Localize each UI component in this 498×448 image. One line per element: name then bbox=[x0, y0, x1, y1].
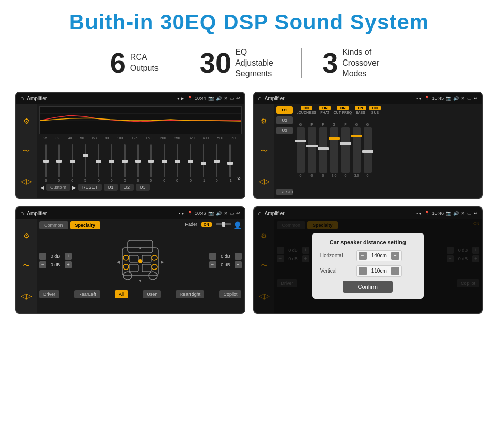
all-place-button[interactable]: All bbox=[115, 290, 128, 298]
stat-crossover: 3 Kinds ofCrossover Modes bbox=[302, 47, 408, 79]
rearright-vol-minus[interactable]: − bbox=[209, 261, 216, 268]
fader-slider-icon[interactable] bbox=[216, 221, 231, 227]
fader-toggle[interactable]: ON bbox=[201, 222, 212, 227]
cam-icon-3: 📷 bbox=[208, 211, 214, 216]
home-icon-4[interactable]: ⌂ bbox=[258, 210, 262, 217]
sub-label: SUB bbox=[371, 111, 379, 114]
eq-slider-1: 0 bbox=[53, 144, 65, 182]
more-freqs-icon[interactable]: » bbox=[237, 175, 241, 182]
back-icon-2[interactable]: ↩ bbox=[474, 96, 478, 101]
confirm-button[interactable]: Confirm bbox=[343, 281, 393, 293]
equalizer-icon-2[interactable]: ⚙ bbox=[261, 117, 267, 125]
tab-common-3[interactable]: Common bbox=[39, 221, 68, 229]
reset-button[interactable]: RESET bbox=[78, 184, 102, 191]
copilot-vol-minus[interactable]: − bbox=[209, 253, 216, 260]
pin-icon-3: 📍 bbox=[187, 211, 193, 216]
driver-vol-value: 0 dB bbox=[48, 254, 63, 259]
copilot-vol-plus[interactable]: + bbox=[235, 253, 242, 260]
driver-place-button[interactable]: Driver bbox=[39, 290, 59, 298]
horizontal-plus-button[interactable]: + bbox=[391, 252, 399, 260]
stat-eq-label: EQ AdjustableSegments bbox=[235, 47, 281, 79]
next-preset-button[interactable]: ▶ bbox=[72, 185, 76, 190]
rearleft-vol-minus[interactable]: − bbox=[39, 261, 46, 268]
u3-preset-button[interactable]: U3 bbox=[276, 127, 293, 134]
loudness-toggle[interactable]: ON bbox=[301, 106, 313, 110]
rearleft-place-button[interactable]: RearLeft bbox=[74, 290, 100, 298]
equalizer-icon-3[interactable]: ⚙ bbox=[23, 232, 30, 240]
speaker-icon-2[interactable]: ◁▷ bbox=[259, 177, 270, 185]
back-icon-3[interactable]: ↩ bbox=[236, 211, 240, 216]
freq-100: 100 bbox=[117, 136, 123, 140]
wave-icon-2[interactable]: 〜 bbox=[261, 146, 268, 156]
copilot-place-button[interactable]: Copilot bbox=[219, 290, 241, 298]
home-icon-3[interactable]: ⌂ bbox=[20, 210, 24, 217]
vol-icon-3: 🔊 bbox=[216, 211, 222, 216]
driver-vol-minus[interactable]: − bbox=[39, 253, 46, 260]
custom-preset-button[interactable]: Custom bbox=[46, 184, 70, 191]
bass-toggle[interactable]: ON bbox=[355, 106, 366, 110]
toggle-row: ON LOUDNESS ON PHAT ON CUT FREQ bbox=[297, 106, 480, 114]
rearright-vol-plus[interactable]: + bbox=[235, 261, 242, 268]
u2-preset-button[interactable]: U2 bbox=[276, 116, 293, 124]
speaker-icon[interactable]: ◁▷ bbox=[21, 177, 32, 185]
rearright-place-button[interactable]: RearRight bbox=[176, 290, 205, 298]
rearleft-vol-plus[interactable]: + bbox=[65, 261, 72, 268]
eq-bottom: ◀ Custom ▶ RESET U1 U2 U3 bbox=[39, 182, 242, 192]
equalizer-icon[interactable]: ⚙ bbox=[23, 117, 30, 125]
eq-slider-10: 0 bbox=[172, 144, 183, 182]
user-place-button[interactable]: User bbox=[143, 290, 161, 298]
wave-icon[interactable]: 〜 bbox=[23, 146, 30, 156]
pin-icon-4: 📍 bbox=[424, 211, 430, 216]
screen-content-1: ⚙ 〜 ◁▷ bbox=[16, 104, 244, 198]
reset-crossover-button[interactable]: RESET bbox=[276, 189, 293, 195]
cutfreq-label: CUT FREQ bbox=[334, 111, 352, 114]
eq-sliders: 0 0 0 5 0 0 0 0 0 0 0 0 -1 0 -1 bbox=[39, 141, 242, 182]
fader-tabs: Common Specialty Fader ON 👤 bbox=[39, 221, 242, 229]
prev-preset-button[interactable]: ◀ bbox=[40, 185, 44, 190]
cutfreq-toggle[interactable]: ON bbox=[337, 106, 349, 110]
back-icon-1[interactable]: ↩ bbox=[236, 96, 240, 101]
home-icon-1[interactable]: ⌂ bbox=[20, 95, 24, 102]
speaker-icon-3[interactable]: ◁▷ bbox=[21, 292, 32, 300]
crossover-main: U1 U2 U3 RESET ON LOUDNESS ON bbox=[274, 104, 482, 198]
dot-icon-4: ▪ ● bbox=[417, 211, 422, 216]
horizontal-minus-button[interactable]: − bbox=[359, 252, 367, 260]
svg-rect-4 bbox=[222, 222, 225, 227]
sq-icon-1: ▭ bbox=[230, 96, 234, 101]
freq-320: 320 bbox=[189, 136, 195, 140]
screen-distance: ⌂ Amplifier ▪ ● 📍 10:46 📷 🔊 ✕ ▭ ↩ ⚙ 〜 ◁▷ bbox=[253, 206, 483, 314]
wave-icon-3[interactable]: 〜 bbox=[23, 261, 30, 271]
home-icon-2[interactable]: ⌂ bbox=[258, 95, 262, 102]
stat-rca-label: RCAOutputs bbox=[130, 52, 159, 74]
x-icon-2: ✕ bbox=[461, 96, 465, 101]
u1-button[interactable]: U1 bbox=[104, 184, 118, 191]
freq-125: 125 bbox=[132, 136, 138, 140]
tab-specialty-3[interactable]: Specialty bbox=[70, 221, 101, 229]
dialog-horizontal-row: Horizontal − 140cm + bbox=[320, 250, 416, 261]
vertical-minus-button[interactable]: − bbox=[359, 267, 367, 275]
toggle-cutfreq: ON CUT FREQ bbox=[334, 106, 352, 114]
u1-preset-button[interactable]: U1 bbox=[276, 106, 293, 114]
pin-icon-2: 📍 bbox=[424, 96, 430, 101]
sub-toggle[interactable]: ON bbox=[369, 106, 381, 110]
loudness-label: LOUDNESS bbox=[297, 111, 317, 114]
dot-icon-3: ▪ ● bbox=[179, 211, 184, 216]
freq-63: 63 bbox=[92, 136, 97, 140]
svg-rect-10 bbox=[142, 255, 151, 262]
car-diagram: ▲ ▼ ◀ ▶ bbox=[76, 232, 205, 288]
back-icon-4[interactable]: ↩ bbox=[474, 211, 478, 216]
status-bar-2: ⌂ Amplifier ▪ ● 📍 10:45 📷 🔊 ✕ ▭ ↩ bbox=[254, 93, 482, 104]
vol-icon-2: 🔊 bbox=[453, 96, 459, 101]
u2-button[interactable]: U2 bbox=[120, 184, 134, 191]
freq-200: 200 bbox=[160, 136, 166, 140]
left-sidebar-2: ⚙ 〜 ◁▷ bbox=[254, 104, 274, 198]
vertical-plus-button[interactable]: + bbox=[391, 267, 399, 275]
stat-eq: 30 EQ AdjustableSegments bbox=[179, 47, 301, 79]
eq-slider-14: -1 bbox=[224, 144, 236, 182]
vol-row-copilot: − 0 dB + bbox=[209, 253, 242, 260]
u3-button[interactable]: U3 bbox=[136, 184, 150, 191]
left-sidebar-1: ⚙ 〜 ◁▷ bbox=[16, 104, 37, 198]
driver-vol-plus[interactable]: + bbox=[65, 253, 72, 260]
phat-toggle[interactable]: ON bbox=[319, 106, 331, 110]
sq-icon-3: ▭ bbox=[230, 211, 234, 216]
